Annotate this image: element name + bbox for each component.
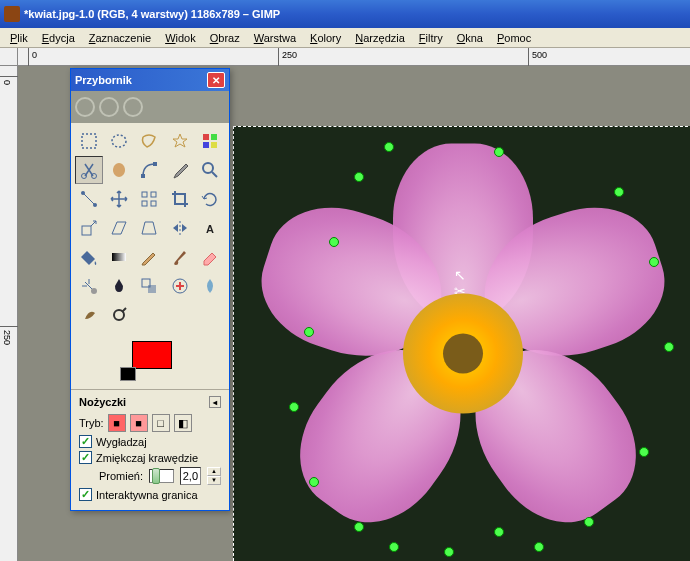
app-icon	[4, 6, 20, 22]
tool-text[interactable]: A	[196, 214, 224, 242]
tool-flip[interactable]	[166, 214, 194, 242]
tool-align[interactable]	[135, 185, 163, 213]
mode-label: Tryb:	[79, 417, 104, 429]
scissors-anchor[interactable]	[309, 477, 319, 487]
ruler-corner	[0, 48, 18, 66]
tool-clone[interactable]	[135, 272, 163, 300]
scissors-anchor[interactable]	[584, 517, 594, 527]
tool-color-picker[interactable]	[166, 156, 194, 184]
svg-point-10	[203, 163, 213, 173]
tool-smudge[interactable]	[75, 301, 103, 329]
menu-edycja[interactable]: Edycja	[36, 30, 81, 46]
rotate-icon	[200, 189, 220, 209]
tool-blur[interactable]	[196, 272, 224, 300]
radius-value-input[interactable]: 2,0	[180, 467, 201, 485]
tool-pencil[interactable]	[135, 243, 163, 271]
radius-up-icon[interactable]: ▲	[207, 467, 221, 476]
tool-eraser[interactable]	[196, 243, 224, 271]
menu-obraz[interactable]: Obraz	[204, 30, 246, 46]
tool-rect-select[interactable]	[75, 127, 103, 155]
scissors-anchor[interactable]	[639, 447, 649, 457]
radius-label: Promień:	[99, 470, 143, 482]
close-icon[interactable]: ✕	[207, 72, 225, 88]
scissors-anchor[interactable]	[329, 237, 339, 247]
tool-perspective[interactable]	[135, 214, 163, 242]
foreground-color[interactable]	[132, 341, 172, 369]
scissors-anchor[interactable]	[494, 527, 504, 537]
antialias-checkbox[interactable]: ✓	[79, 435, 92, 448]
scissors-anchor[interactable]	[354, 172, 364, 182]
menu-narzedzia[interactable]: Narzędzia	[349, 30, 411, 46]
tool-fuzzy-select[interactable]	[166, 127, 194, 155]
tool-scale[interactable]	[75, 214, 103, 242]
tool-move[interactable]	[105, 185, 133, 213]
menu-kolory[interactable]: Kolory	[304, 30, 347, 46]
interactive-checkbox[interactable]: ✓	[79, 488, 92, 501]
tool-foreground-select[interactable]	[105, 156, 133, 184]
tool-paths[interactable]	[135, 156, 163, 184]
feather-checkbox[interactable]: ✓	[79, 451, 92, 464]
tool-scissors[interactable]	[75, 156, 103, 184]
tool-rotate[interactable]	[196, 185, 224, 213]
tool-ink[interactable]	[105, 272, 133, 300]
scissors-anchor[interactable]	[649, 257, 659, 267]
color-select-icon	[200, 131, 220, 151]
zoom-icon	[200, 160, 220, 180]
scissors-anchor[interactable]	[389, 542, 399, 552]
svg-point-20	[91, 288, 97, 294]
svg-rect-9	[153, 162, 157, 166]
blend-icon	[109, 247, 129, 267]
scissors-anchor[interactable]	[289, 402, 299, 412]
toolbox-titlebar[interactable]: Przybornik ✕	[71, 69, 229, 91]
tool-bucket[interactable]	[75, 243, 103, 271]
tool-free-select[interactable]	[135, 127, 163, 155]
collapse-icon[interactable]: ◂	[209, 396, 221, 408]
measure-icon	[79, 189, 99, 209]
interactive-label: Interaktywna granica	[96, 489, 198, 501]
airbrush-icon	[79, 276, 99, 296]
tool-ellipse-select[interactable]	[105, 127, 133, 155]
rect-select-icon	[79, 131, 99, 151]
scissors-anchor[interactable]	[494, 147, 504, 157]
menu-widok[interactable]: Widok	[159, 30, 202, 46]
tool-heal[interactable]	[166, 272, 194, 300]
tool-blend[interactable]	[105, 243, 133, 271]
scissors-anchor[interactable]	[444, 547, 454, 557]
tool-dodge[interactable]	[105, 301, 133, 329]
radius-slider[interactable]	[149, 469, 174, 483]
svg-rect-3	[211, 134, 217, 140]
text-icon: A	[200, 218, 220, 238]
tool-shear[interactable]	[105, 214, 133, 242]
tool-paintbrush[interactable]	[166, 243, 194, 271]
scissors-anchor[interactable]	[384, 142, 394, 152]
menu-warstwa[interactable]: Warstwa	[248, 30, 302, 46]
tool-measure[interactable]	[75, 185, 103, 213]
menu-okna[interactable]: Okna	[451, 30, 489, 46]
toolbox-window[interactable]: Przybornik ✕ A Nożyczki ◂ Tryb: ■ ■ □ ◧ …	[70, 68, 230, 511]
scissors-anchor[interactable]	[614, 187, 624, 197]
scissors-icon	[79, 160, 99, 180]
svg-rect-14	[151, 192, 156, 197]
menu-plik[interactable]: Plik	[4, 30, 34, 46]
tool-color-select[interactable]	[196, 127, 224, 155]
menu-filtry[interactable]: Filtry	[413, 30, 449, 46]
image-canvas[interactable]: ↖✂	[233, 126, 690, 561]
scissors-anchor[interactable]	[354, 522, 364, 532]
antialias-label: Wygładzaj	[96, 436, 147, 448]
background-color[interactable]	[120, 367, 136, 381]
mode-replace-icon[interactable]: ■	[108, 414, 126, 432]
radius-down-icon[interactable]: ▼	[207, 476, 221, 485]
mode-intersect-icon[interactable]: ◧	[174, 414, 192, 432]
scissors-anchor[interactable]	[664, 342, 674, 352]
menu-pomoc[interactable]: Pomoc	[491, 30, 537, 46]
tool-airbrush[interactable]	[75, 272, 103, 300]
scissors-anchor[interactable]	[304, 327, 314, 337]
menu-zaznaczenie[interactable]: Zaznaczenie	[83, 30, 157, 46]
window-title: *kwiat.jpg-1.0 (RGB, 4 warstwy) 1186x789…	[24, 8, 280, 20]
tool-zoom[interactable]	[196, 156, 224, 184]
scissors-anchor[interactable]	[534, 542, 544, 552]
mode-subtract-icon[interactable]: □	[152, 414, 170, 432]
tool-crop[interactable]	[166, 185, 194, 213]
svg-rect-17	[82, 226, 91, 235]
mode-add-icon[interactable]: ■	[130, 414, 148, 432]
